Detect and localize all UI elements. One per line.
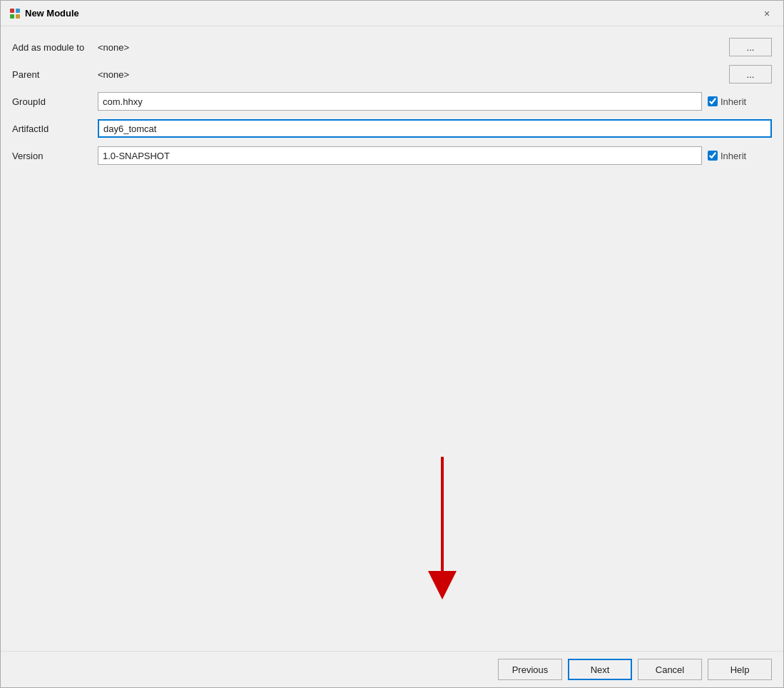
close-button[interactable]: × (759, 6, 775, 21)
artifact-id-input-area (98, 119, 772, 138)
group-id-input-area: Inherit (98, 92, 772, 111)
footer: Previous Next Cancel Help (1, 651, 783, 687)
parent-row-with-btn: <none> ... (98, 65, 772, 84)
svg-rect-1 (16, 9, 20, 13)
svg-rect-0 (10, 9, 14, 13)
artifact-id-row: ArtifactId (12, 119, 772, 138)
group-id-inherit-checkbox[interactable] (708, 96, 718, 106)
add-as-module-label: Add as module to (12, 42, 98, 53)
parent-browse-button[interactable]: ... (729, 65, 772, 84)
add-as-module-value: <none> (98, 42, 723, 53)
version-input[interactable] (98, 146, 702, 165)
cancel-button[interactable]: Cancel (638, 659, 702, 680)
add-as-module-browse-button[interactable]: ... (729, 38, 772, 56)
version-inherit: Inherit (708, 151, 772, 161)
parent-label: Parent (12, 69, 98, 80)
svg-rect-2 (10, 14, 14, 19)
new-module-dialog: New Module × Add as module to <none> ...… (0, 0, 784, 688)
svg-rect-3 (16, 14, 20, 19)
dialog-title: New Module (25, 8, 79, 19)
version-input-area: Inherit (98, 146, 772, 165)
title-bar: New Module × (1, 1, 783, 26)
version-label: Version (12, 151, 98, 161)
previous-button[interactable]: Previous (498, 659, 562, 680)
group-id-row: GroupId Inherit (12, 92, 772, 111)
version-inherit-checkbox[interactable] (708, 151, 718, 161)
group-id-inherit: Inherit (708, 96, 772, 107)
title-bar-left: New Module (9, 8, 79, 19)
next-button[interactable]: Next (568, 659, 632, 680)
group-id-label: GroupId (12, 96, 98, 107)
version-row: Version Inherit (12, 146, 772, 165)
group-id-input[interactable] (98, 92, 702, 111)
group-id-inherit-label: Inherit (721, 96, 746, 107)
artifact-id-label: ArtifactId (12, 123, 98, 134)
help-button[interactable]: Help (708, 659, 772, 680)
version-inherit-label: Inherit (721, 151, 746, 161)
add-as-module-input-area: <none> ... (98, 38, 772, 56)
parent-input-area: <none> ... (98, 65, 772, 84)
parent-value: <none> (98, 69, 723, 80)
add-as-module-row: Add as module to <none> ... (12, 38, 772, 56)
artifact-id-input[interactable] (98, 119, 772, 138)
module-icon (9, 8, 21, 19)
add-as-module-row-with-btn: <none> ... (98, 38, 772, 56)
form-content: Add as module to <none> ... Parent <none… (1, 26, 783, 651)
parent-row: Parent <none> ... (12, 65, 772, 84)
